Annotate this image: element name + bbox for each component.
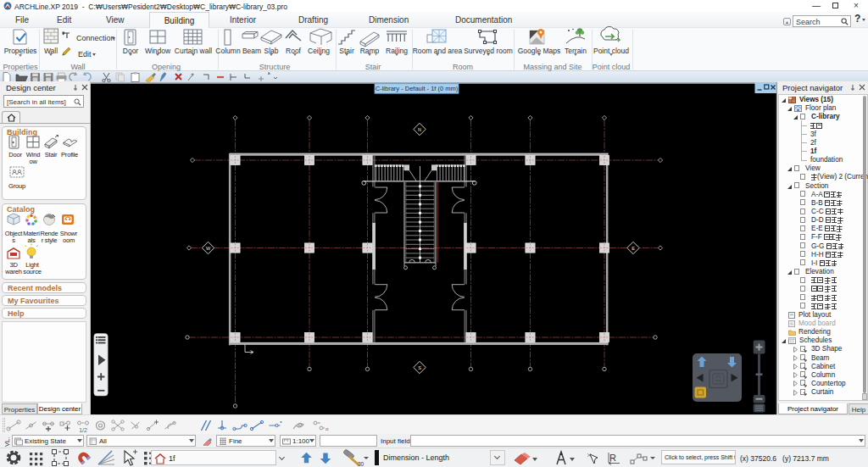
svg-text:C-library - Default - 1f (0 mm: C-library - Default - 1f (0 mm): [376, 85, 459, 92]
svg-text:1/2: 1/2: [79, 427, 87, 433]
svg-text:R: R: [609, 453, 616, 463]
svg-text:30: 30: [358, 461, 364, 467]
svg-text:W: W: [206, 246, 211, 251]
svg-text:S: S: [418, 365, 421, 370]
svg-text:α: α: [326, 426, 329, 431]
svg-text:N: N: [418, 127, 421, 132]
svg-text:E: E: [632, 246, 635, 251]
